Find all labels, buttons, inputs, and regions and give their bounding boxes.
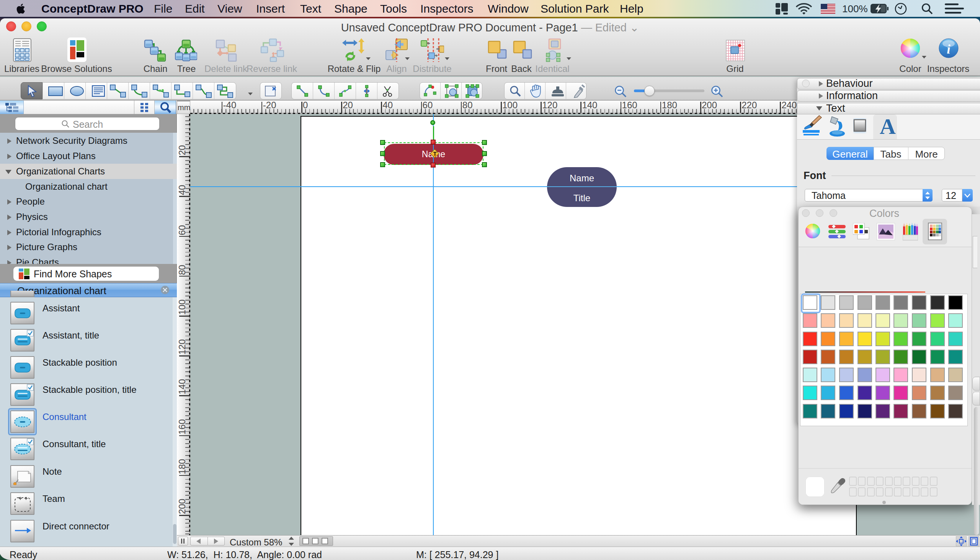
svg-text:i: i (947, 42, 950, 56)
